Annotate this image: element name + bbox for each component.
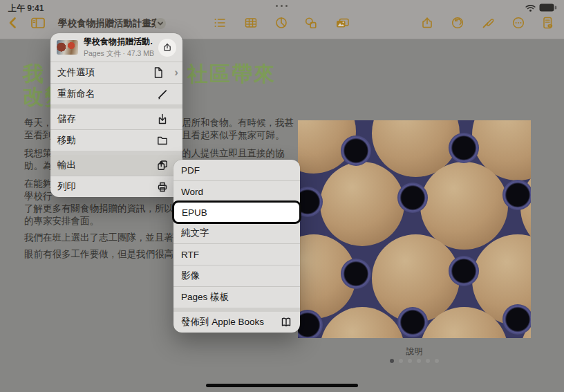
list-icon[interactable]: [212, 15, 227, 30]
share-icon[interactable]: [420, 15, 435, 30]
folder-icon: [156, 134, 169, 149]
export-icon: [156, 159, 169, 174]
file-menu-subtitle: Pages 文件 · 47.3 MB: [84, 49, 153, 59]
status-icons: [525, 2, 557, 15]
submenu-item-rtf[interactable]: RTF: [173, 244, 300, 265]
back-icon[interactable]: [6, 15, 21, 30]
menu-item-rename[interactable]: 重新命名: [50, 84, 182, 104]
menu-item-save[interactable]: 儲存: [50, 109, 182, 129]
file-menu: 學校食物捐贈活動… Pages 文件 · 47.3 MB 文件選項 › 重新命名…: [50, 33, 182, 197]
submenu-item-publish-apple-books[interactable]: 發佈到 Apple Books: [173, 312, 300, 333]
body-text: 眼前有很多工作要做，但是我們很高興: [24, 248, 183, 261]
body-text: 的專家安排會面。: [24, 215, 99, 227]
share-button[interactable]: [158, 39, 176, 57]
pages-app-screen: 上午 9:41 學校食物捐贈活動計畫案 我 社區帶來 改變 每天， 居所和食物。…: [0, 0, 564, 392]
shapes-icon[interactable]: [303, 15, 319, 30]
chevron-down-icon[interactable]: [155, 18, 166, 29]
battery-icon: [539, 2, 557, 15]
status-time: 上午 9:41: [8, 3, 44, 15]
table-icon[interactable]: [243, 15, 258, 30]
more-icon[interactable]: [511, 15, 526, 30]
egg-carton-photo: [298, 120, 531, 338]
menu-item-document-options[interactable]: 文件選項 ›: [50, 62, 182, 83]
document-thumbnail: [57, 40, 78, 55]
file-menu-title: 學校食物捐贈活動…: [84, 36, 153, 48]
submenu-item-word[interactable]: Word: [173, 181, 300, 202]
multitask-indicator[interactable]: [276, 5, 288, 7]
body-text: 居所和食物。有時候，我甚: [182, 117, 294, 129]
save-icon: [156, 113, 169, 127]
book-icon: [280, 316, 292, 330]
body-text: 至看到: [24, 129, 53, 142]
heading-fragment: 我: [23, 62, 45, 86]
chevron-right-icon: ›: [174, 66, 178, 80]
document-title[interactable]: 學校食物捐贈活動計畫案: [58, 17, 161, 30]
body-text: 且看起來似乎無家可歸。: [182, 129, 285, 142]
file-menu-header: 學校食物捐贈活動… Pages 文件 · 47.3 MB: [50, 33, 182, 62]
body-text: 我們在班上選出了志工團隊，並且著手: [24, 232, 183, 244]
submenu-item-image[interactable]: 影像: [173, 265, 300, 286]
menu-item-export[interactable]: 輸出: [50, 155, 182, 176]
body-text: 的人提供立即且直接的協: [182, 147, 285, 160]
submenu-item-pdf[interactable]: PDF: [173, 160, 300, 180]
body-text: 我想策: [24, 147, 53, 160]
submenu-item-plaintext[interactable]: 純文字: [173, 223, 300, 243]
home-indicator[interactable]: [206, 384, 358, 387]
undo-icon[interactable]: [450, 15, 465, 30]
menu-item-print[interactable]: 列印: [50, 176, 182, 197]
export-submenu: PDF Word EPUB 純文字 RTF 影像 Pages 樣板 發佈到 Ap…: [173, 160, 300, 333]
page-indicator-dots: [298, 359, 531, 363]
menu-item-move[interactable]: 移動: [50, 130, 182, 151]
body-text: 助。為: [24, 160, 53, 172]
submenu-item-pages-template[interactable]: Pages 樣板: [173, 287, 300, 308]
format-brush-icon[interactable]: [480, 15, 496, 30]
sidebar-icon[interactable]: [30, 15, 46, 30]
chart-icon[interactable]: [274, 15, 289, 30]
printer-icon: [156, 180, 169, 195]
reader-view-icon[interactable]: [540, 15, 555, 30]
photo-caption: 說明: [298, 346, 531, 357]
wifi-icon: [525, 2, 536, 15]
heading-fragment: 社區帶來: [187, 62, 276, 86]
body-text: 在能夠: [24, 178, 53, 190]
submenu-item-epub[interactable]: EPUB: [172, 200, 301, 224]
document-icon: [152, 66, 164, 81]
media-icon[interactable]: [335, 15, 350, 30]
body-text: 學校行: [24, 190, 53, 203]
body-text: 每天，: [24, 117, 53, 129]
body-text: 了解更多有關食物捐贈的資訊，所以我: [24, 203, 183, 215]
pencil-icon: [156, 88, 169, 102]
